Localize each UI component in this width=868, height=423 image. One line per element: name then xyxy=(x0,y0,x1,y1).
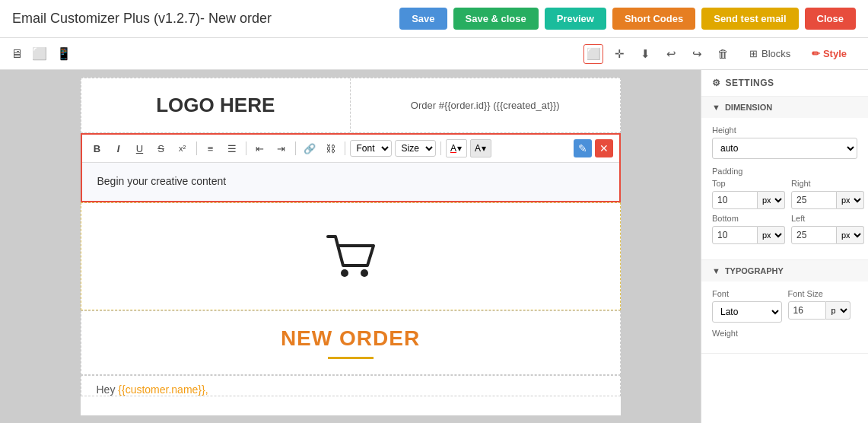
redo-icon[interactable]: ↪ xyxy=(687,44,707,64)
gear-icon: ⚙ xyxy=(712,78,721,88)
unlink-button[interactable]: ⛓ xyxy=(322,139,340,157)
text-editor-section[interactable]: B I U S x² ≡ ☰ ⇤ ⇥ 🔗 ⛓ Font xyxy=(81,133,621,202)
left-col: Left px ⬆ xyxy=(791,214,864,244)
bottom-label: Bottom xyxy=(712,214,785,223)
link-button[interactable]: 🔗 xyxy=(300,139,319,157)
device-icons: 🖥 ⬜ 📱 xyxy=(11,46,72,61)
paintbrush-icon: ✏ xyxy=(812,48,820,59)
select-icon[interactable]: ⬜ xyxy=(583,44,603,64)
top-col: Top px ⬆ xyxy=(712,179,785,209)
edit-block-button[interactable]: ✎ xyxy=(574,139,592,157)
device-bar: 🖥 ⬜ 📱 ⬜ ✛ ⬇ ↩ ↪ 🗑 ⊞ Blocks ✏ Style xyxy=(0,38,868,70)
main-layout: LOGO HERE Order #{{order.id}} ({{created… xyxy=(0,70,868,423)
top-input[interactable] xyxy=(712,191,758,209)
font-size-input[interactable] xyxy=(788,301,826,320)
right-col: Right px ⬆ xyxy=(791,179,864,209)
padding-top-right: Top px ⬆ Right px ⬆ xyxy=(712,179,857,209)
desktop-icon[interactable]: 🖥 xyxy=(11,47,23,61)
italic-button[interactable]: I xyxy=(110,139,128,157)
unordered-list-button[interactable]: ☰ xyxy=(223,139,241,157)
send-test-button[interactable]: Send test email xyxy=(701,8,798,30)
delete-block-button[interactable]: ✕ xyxy=(595,139,613,157)
settings-header[interactable]: ⚙ SETTINGS xyxy=(701,70,868,96)
download-icon[interactable]: ⬇ xyxy=(635,44,655,64)
font-size-select[interactable]: Size xyxy=(395,140,436,157)
sep2 xyxy=(246,142,246,155)
customer-name-tag: {{customer.name}}, xyxy=(118,383,208,396)
mobile-icon[interactable]: 📱 xyxy=(56,46,72,61)
close-button[interactable]: Close xyxy=(805,8,856,30)
tab-blocks[interactable]: ⊞ Blocks xyxy=(739,44,801,63)
dimension-body: Height auto Padding Top px ⬆ xyxy=(701,118,868,259)
padding-bottom-left: Bottom px ⬆ Left px ⬆ xyxy=(712,214,857,244)
sep5 xyxy=(440,142,441,155)
weight-group: Weight xyxy=(712,329,857,338)
save-close-button[interactable]: Save & close xyxy=(453,8,539,30)
font-family-select[interactable]: Font xyxy=(350,140,392,157)
short-codes-button[interactable]: Short Codes xyxy=(612,8,695,30)
settings-label: SETTINGS xyxy=(726,78,774,88)
superscript-button[interactable]: x² xyxy=(173,139,192,157)
bottom-col: Bottom px ⬆ xyxy=(712,214,785,244)
sep3 xyxy=(295,142,296,155)
font-size-col: Font Size px ⬆ xyxy=(788,289,858,323)
right-input-group: px ⬆ xyxy=(791,191,864,209)
new-order-section: NEW ORDER xyxy=(81,310,621,375)
bold-button[interactable]: B xyxy=(88,139,107,157)
font-color-button[interactable]: A ▾ xyxy=(446,139,467,157)
dropdown-arrow: ▾ xyxy=(457,143,462,154)
bg-color-button[interactable]: A ▾ xyxy=(470,139,491,157)
font-color-label: A xyxy=(450,143,456,154)
new-order-title: NEW ORDER xyxy=(97,326,605,351)
email-container: LOGO HERE Order #{{order.id}} ({{created… xyxy=(81,78,621,415)
top-unit[interactable]: px ⬆ xyxy=(758,191,785,209)
undo-icon[interactable]: ↩ xyxy=(661,44,681,64)
left-input-group: px ⬆ xyxy=(791,226,864,244)
new-order-underline xyxy=(328,357,374,359)
padding-label: Padding xyxy=(712,167,857,176)
editor-content[interactable]: Begin your creative content xyxy=(82,163,619,201)
indent-less-button[interactable]: ⇤ xyxy=(251,139,269,157)
canvas-actions: ⬜ ✛ ⬇ ↩ ↪ 🗑 ⊞ Blocks ✏ Style xyxy=(583,44,857,64)
tablet-icon[interactable]: ⬜ xyxy=(32,46,47,61)
typography-body: Font Lato Font Size px ⬆ Weight xyxy=(701,281,868,353)
font-size-label: Font Size xyxy=(788,289,858,298)
editor-text: Begin your creative content xyxy=(97,175,227,187)
underline-button[interactable]: U xyxy=(131,139,149,157)
move-icon[interactable]: ✛ xyxy=(609,44,629,64)
font-size-unit[interactable]: px ⬆ xyxy=(826,301,851,320)
logo-left: LOGO HERE xyxy=(81,78,351,132)
dimension-section: ▼ DIMENSION Height auto Padding Top xyxy=(701,97,868,260)
left-unit[interactable]: px ⬆ xyxy=(837,226,864,244)
dimension-header[interactable]: ▼ DIMENSION xyxy=(701,97,868,118)
cart-section xyxy=(81,202,621,310)
right-unit[interactable]: px ⬆ xyxy=(837,191,864,209)
strikethrough-button[interactable]: S xyxy=(152,139,170,157)
order-info: Order #{{order.id}} ({{created_at}}) xyxy=(411,100,560,111)
font-size-input-group: px ⬆ xyxy=(788,301,858,320)
typography-header[interactable]: ▼ TYPOGRAPHY xyxy=(701,260,868,281)
font-family-panel-select[interactable]: Lato xyxy=(712,301,782,323)
tab-style[interactable]: ✏ Style xyxy=(801,44,857,63)
delete-icon[interactable]: 🗑 xyxy=(713,44,733,64)
hey-text: Hey {{customer.name}}, xyxy=(97,383,605,396)
typography-section: ▼ TYPOGRAPHY Font Lato Font Size xyxy=(701,260,868,354)
left-label: Left xyxy=(791,214,864,223)
dimension-label: DIMENSION xyxy=(725,103,772,112)
ordered-list-button[interactable]: ≡ xyxy=(202,139,220,157)
preview-button[interactable]: Preview xyxy=(545,8,606,30)
right-input[interactable] xyxy=(791,191,837,209)
hey-section: Hey {{customer.name}}, xyxy=(81,375,621,396)
height-select[interactable]: auto xyxy=(712,138,857,159)
bottom-input-group: px ⬆ xyxy=(712,226,785,244)
logo-section: LOGO HERE Order #{{order.id}} ({{created… xyxy=(81,78,621,133)
bottom-unit[interactable]: px ⬆ xyxy=(758,226,785,244)
bottom-input[interactable] xyxy=(712,226,758,244)
indent-more-button[interactable]: ⇥ xyxy=(272,139,291,157)
left-input[interactable] xyxy=(791,226,837,244)
bg-color-label: A xyxy=(475,143,481,154)
save-button[interactable]: Save xyxy=(399,8,447,30)
settings-section: ⚙ SETTINGS xyxy=(701,70,868,97)
right-label: Right xyxy=(791,179,864,188)
chevron-icon: ▼ xyxy=(712,103,720,112)
